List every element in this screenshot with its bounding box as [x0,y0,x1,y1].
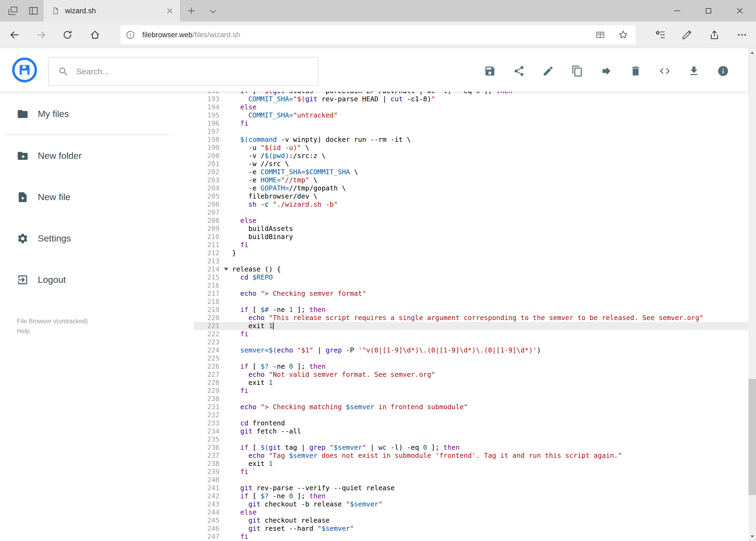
code-line-196[interactable]: 196 fi [194,119,748,128]
minimize-button[interactable] [672,6,682,16]
code-line-240[interactable]: 240 [194,476,748,484]
code-line-225[interactable]: 225 [194,354,748,362]
code-line-236[interactable]: 236 if [ $(git tag | grep "$semver" | wc… [194,443,748,452]
code-line-213[interactable]: 213 [194,257,748,265]
code-line-230[interactable]: 230 [194,395,748,403]
code-line-206[interactable]: 206 sh -c "./wizard.sh -b" [194,201,748,209]
code-line-242[interactable]: 242 if [ $? -ne 0 ]; then [194,492,748,500]
code-line-243[interactable]: 243 git checkout -b release "$semver" [194,500,748,508]
code-line-227[interactable]: 227 echo "Not valid semver format. See s… [194,370,748,379]
code-line-221[interactable]: 221 exit 1 [194,322,748,330]
code-line-197[interactable]: 197 [194,128,748,136]
code-line-212[interactable]: 212} [194,249,748,257]
favorite-star-icon[interactable] [618,29,629,40]
scrollbar-thumb[interactable] [748,379,756,495]
code-line-200[interactable]: 200 -v /$(pwd):/src:z \ [194,152,748,160]
code-line-238[interactable]: 238 exit 1 [194,460,748,468]
reading-view-icon[interactable] [595,30,606,40]
browser-tab[interactable]: wizard.sh [43,0,180,22]
code-line-220[interactable]: 220 echo "This release script requires a… [194,314,748,322]
code-line-203[interactable]: 203 -e HOME="//tmp" \ [194,176,748,184]
filebrowser-logo[interactable] [12,57,37,83]
code-line-211[interactable]: 211 fi [194,241,748,249]
code-line-232[interactable]: 232 [194,411,748,419]
code-line-234[interactable]: 234 git fetch --all [194,427,748,435]
forward-button[interactable] [36,29,46,40]
move-button[interactable] [601,65,613,77]
close-window-button[interactable] [735,6,745,16]
web-note-icon[interactable] [681,29,692,40]
code-line-226[interactable]: 226 if [ $? -ne 0 ]; then [194,362,748,370]
help-link[interactable]: Help [17,326,88,336]
code-line-194[interactable]: 194 else [194,103,748,111]
code-line-231[interactable]: 231 echo "> Checking matching $semver in… [194,403,748,411]
code-line-239[interactable]: 239 fi [194,468,748,476]
tab-preview-icon[interactable] [28,5,39,16]
scroll-up-icon[interactable] [748,48,756,57]
sidebar-item-settings[interactable]: Settings [0,218,173,259]
code-line-229[interactable]: 229 fi [194,387,748,395]
code-line-208[interactable]: 208 else [194,217,748,225]
page-info-icon[interactable] [126,30,135,40]
maximize-button[interactable] [704,6,713,16]
search-box[interactable] [48,57,319,86]
sidebar-item-my-files[interactable]: My files [0,93,173,135]
code-line-219[interactable]: 219 if [ $# -ne 1 ]; then [194,306,748,314]
new-tab-button[interactable] [187,6,196,15]
code-line-216[interactable]: 216 [194,281,748,289]
info-button[interactable] [717,65,729,77]
code-line-207[interactable]: 207 [194,209,748,217]
code-line-201[interactable]: 201 -w //src \ [194,160,748,168]
delete-button[interactable] [630,65,641,77]
home-button[interactable] [90,29,101,40]
sidebar-item-new-folder[interactable]: New folder [0,135,173,176]
code-line-198[interactable]: 198 $(command -v winpty) docker run --rm… [194,136,748,144]
code-line-217[interactable]: 217 echo "> Checking semver format" [194,289,748,297]
code-line-247[interactable]: 247 fi [194,533,748,541]
code-line-228[interactable]: 228 exit 1 [194,379,748,387]
code-line-244[interactable]: 244 else [194,508,748,516]
code-line-192[interactable]: 192 if [ "$(git status --porcelain 2> /d… [194,92,748,95]
tab-close-icon[interactable] [166,7,173,15]
address-bar[interactable]: filebrowser.web/files/wizard.sh [121,25,635,44]
rename-button[interactable] [542,65,554,77]
code-line-241[interactable]: 241 git rev-parse --verify --quiet relea… [194,484,748,492]
code-line-237[interactable]: 237 echo "Tag $semver does not exist in … [194,452,748,460]
back-button[interactable] [9,29,20,40]
code-line-199[interactable]: 199 -u "$(id -u)" \ [194,144,748,152]
code-line-205[interactable]: 205 filebrowser/dev \ [194,192,748,201]
code-editor[interactable]: 192 if [ "$(git status --porcelain 2> /d… [194,92,748,541]
scroll-down-icon[interactable] [748,532,756,541]
code-button[interactable] [659,65,671,77]
code-line-222[interactable]: 222 fi [194,330,748,338]
code-line-223[interactable]: 223 [194,338,748,346]
code-line-235[interactable]: 235 [194,435,748,443]
chevron-down-icon[interactable] [208,7,217,16]
more-icon[interactable] [735,29,748,40]
sidebar-item-new-file[interactable]: New file [0,176,173,218]
code-line-215[interactable]: 215 cd $REPO [194,273,748,281]
save-button[interactable] [484,65,496,77]
share-page-icon[interactable] [709,29,720,40]
copy-button[interactable] [571,65,583,77]
fold-arrow-icon[interactable] [224,268,228,270]
code-line-204[interactable]: 204 -e GOPATH=//tmp/gopath \ [194,184,748,192]
code-line-246[interactable]: 246 git reset --hard "$semver" [194,525,748,533]
page-scrollbar[interactable] [748,48,756,541]
tabs-aside-icon[interactable] [8,5,18,16]
code-line-210[interactable]: 210 buildBinary [194,233,748,241]
code-line-202[interactable]: 202 -e COMMIT_SHA=$COMMIT_SHA \ [194,168,748,176]
code-line-214[interactable]: 214release () { [194,265,748,273]
code-line-224[interactable]: 224 semver=$(echo "$1" | grep -P '^v(0|[… [194,346,748,354]
refresh-button[interactable] [62,29,73,40]
code-line-218[interactable]: 218 [194,297,748,306]
search-input[interactable] [76,67,313,76]
share-button[interactable] [513,65,525,77]
code-line-233[interactable]: 233 cd frontend [194,419,748,427]
code-line-195[interactable]: 195 COMMIT_SHA="untracked" [194,111,748,119]
download-button[interactable] [688,65,700,77]
hub-icon[interactable] [655,29,666,40]
sidebar-item-logout[interactable]: Logout [0,259,173,300]
code-line-209[interactable]: 209 buildAssets [194,225,748,233]
code-line-245[interactable]: 245 git checkout release [194,516,748,525]
